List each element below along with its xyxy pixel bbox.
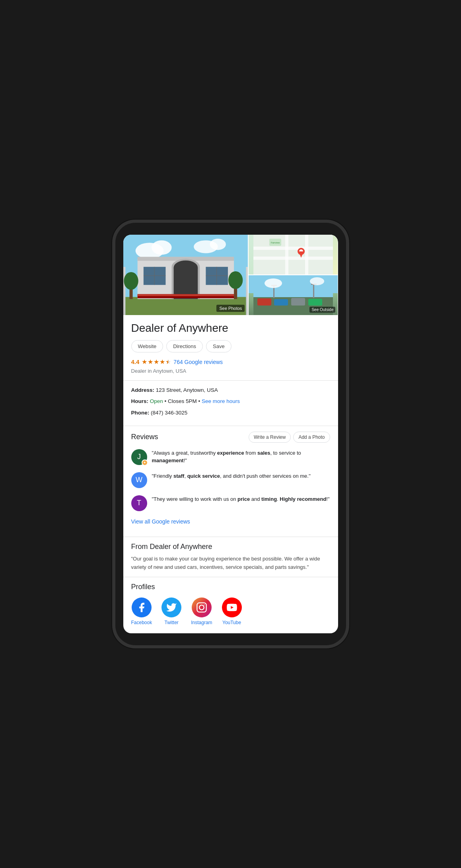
map-thumbnail[interactable]: Fairview — [249, 235, 338, 274]
from-section: From Dealer of Anywhere "Our goal is to … — [131, 537, 330, 577]
svg-rect-26 — [253, 257, 333, 260]
svg-rect-24 — [253, 235, 333, 274]
svg-point-47 — [199, 605, 204, 610]
add-photo-button[interactable]: Add a Photo — [293, 432, 330, 443]
star-3: ★ — [154, 358, 159, 366]
svg-rect-36 — [257, 298, 271, 306]
twitter-icon — [161, 597, 181, 617]
reviews-header: Reviews Write a Review Add a Photo — [131, 432, 330, 443]
avatar-w: W — [131, 472, 147, 488]
rating-number: 4.4 — [131, 358, 140, 365]
avatar-j: J ✦ — [131, 449, 147, 465]
svg-rect-15 — [206, 267, 228, 284]
badge-j: ✦ — [142, 459, 148, 466]
svg-rect-27 — [285, 235, 288, 274]
svg-rect-46 — [197, 603, 206, 612]
stars: ★ ★ ★ ★ ★ ★ — [142, 358, 171, 366]
outside-thumbnail[interactable]: See Outside — [249, 275, 338, 315]
svg-rect-39 — [308, 299, 322, 306]
phone-screen: See Photos Fairview — [123, 235, 338, 634]
svg-point-48 — [204, 605, 204, 605]
reviews-link[interactable]: 764 Google reviews — [173, 359, 223, 365]
star-4: ★ — [160, 358, 165, 366]
dealer-name: Dealer of Anywhere — [131, 321, 330, 335]
facebook-profile[interactable]: Facebook — [131, 597, 152, 625]
svg-point-4 — [210, 239, 226, 250]
twitter-profile[interactable]: Twitter — [161, 597, 181, 625]
phone-frame: See Photos Fairview — [115, 223, 346, 646]
reviews-section: Reviews Write a Review Add a Photo J ✦ "… — [131, 426, 330, 537]
svg-point-2 — [152, 240, 172, 255]
review-text-t: "They were willing to work with us on pr… — [152, 495, 330, 503]
phone-value: (847) 346-3025 — [151, 410, 187, 416]
review-buttons: Write a Review Add a Photo — [249, 432, 330, 443]
see-more-hours-link[interactable]: See more hours — [202, 398, 240, 404]
profiles-section: Profiles Facebook — [131, 577, 330, 633]
directions-button[interactable]: Directions — [166, 340, 203, 352]
svg-point-19 — [124, 272, 138, 289]
phone-row: Phone: (847) 346-3025 — [131, 409, 330, 417]
svg-point-11 — [173, 260, 198, 274]
hours-closes: Closes 5PM — [168, 398, 197, 404]
review-item-j: J ✦ "Always a great, trustworthy experie… — [131, 449, 330, 465]
svg-point-21 — [228, 271, 242, 288]
address-label: Address: — [131, 387, 155, 393]
profiles-title: Profiles — [131, 583, 330, 591]
instagram-profile[interactable]: Instagram — [191, 597, 212, 625]
see-photos-label[interactable]: See Photos — [216, 305, 245, 312]
instagram-label: Instagram — [191, 620, 212, 625]
phone-label: Phone: — [131, 410, 151, 416]
svg-point-44 — [265, 278, 282, 288]
facebook-label: Facebook — [131, 620, 152, 625]
review-text-j: "Always a great, trustworthy experience … — [152, 449, 330, 465]
hours-row: Hours: Open • Closes 5PM • See more hour… — [131, 397, 330, 405]
action-buttons: Website Directions Save — [131, 340, 330, 352]
view-all-reviews-link[interactable]: View all Google reviews — [131, 518, 330, 525]
main-photo[interactable]: See Photos — [123, 235, 248, 315]
svg-rect-37 — [274, 299, 288, 306]
instagram-icon — [192, 597, 212, 617]
rating-row: 4.4 ★ ★ ★ ★ ★ ★ 764 Google reviews — [131, 358, 330, 366]
svg-rect-23 — [137, 294, 233, 296]
star-5-half: ★ ★ — [165, 358, 171, 366]
see-outside-label[interactable]: See Outside — [309, 307, 335, 313]
dealer-type: Dealer in Anytown, USA — [131, 368, 330, 374]
svg-rect-25 — [253, 247, 333, 250]
info-section: Address: 123 Street, Anytown, USA Hours:… — [131, 381, 330, 426]
youtube-profile[interactable]: YouTube — [222, 597, 242, 625]
hours-dot2: • — [198, 398, 202, 404]
hours-label: Hours: — [131, 398, 150, 404]
review-item-t: T "They were willing to work with us on … — [131, 495, 330, 511]
svg-text:Fairview: Fairview — [271, 241, 280, 244]
hours-dot: • — [165, 398, 168, 404]
save-button[interactable]: Save — [206, 340, 231, 352]
avatar-t: T — [131, 495, 147, 511]
reviews-title: Reviews — [131, 433, 158, 441]
hours-open: Open — [150, 398, 163, 404]
review-item-w: W "Friendly staff, quick service, and di… — [131, 472, 330, 488]
address-row: Address: 123 Street, Anytown, USA — [131, 386, 330, 394]
write-review-button[interactable]: Write a Review — [249, 432, 291, 443]
image-section: See Photos Fairview — [123, 235, 338, 314]
address-value: 123 Street, Anytown, USA — [156, 387, 218, 393]
review-text-w: "Friendly staff, quick service, and didn… — [152, 472, 311, 480]
facebook-icon — [132, 597, 152, 617]
twitter-label: Twitter — [165, 620, 179, 625]
svg-point-45 — [310, 277, 324, 285]
website-button[interactable]: Website — [131, 340, 163, 352]
profiles-grid: Facebook Twitter — [131, 597, 330, 625]
svg-rect-42 — [313, 284, 314, 298]
svg-rect-12 — [143, 267, 165, 284]
main-content: Dealer of Anywhere Website Directions Sa… — [123, 314, 338, 634]
star-2: ★ — [148, 358, 153, 366]
from-description: "Our goal is to make your car buying exp… — [131, 555, 330, 572]
youtube-label: YouTube — [222, 620, 241, 625]
youtube-icon — [222, 597, 242, 617]
from-title: From Dealer of Anywhere — [131, 543, 330, 551]
svg-rect-38 — [291, 298, 305, 306]
star-1: ★ — [142, 358, 147, 366]
svg-rect-28 — [305, 235, 308, 274]
